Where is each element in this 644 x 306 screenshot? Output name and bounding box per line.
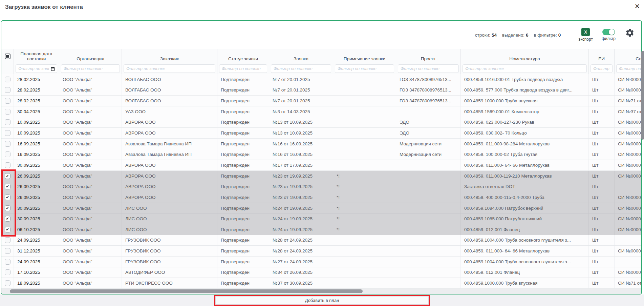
select-all-checkbox[interactable] [5, 54, 10, 59]
cell-composition: СИ №0000 [615, 139, 642, 149]
close-icon[interactable]: ✕ [635, 2, 640, 11]
column-header-status[interactable]: Статус заявки [217, 49, 269, 63]
table-row[interactable]: 16.09.2025ООО "Альфа"Авзалова Тамара Гив… [1, 139, 642, 149]
filter-input-status[interactable] [219, 64, 267, 73]
table-row[interactable]: 30.04.2025ООО "Альфа"УАЗ ОООПодтвержден№… [1, 106, 642, 117]
column-header-label: Организация [77, 56, 104, 62]
filter-toggle[interactable] [602, 29, 615, 35]
row-checkbox[interactable]: ✔ [5, 173, 10, 179]
row-checkbox[interactable] [5, 119, 10, 125]
cell-org: ООО "Альфа" [59, 117, 122, 128]
table-row[interactable]: ✔26.09.2025ООО "Альфа"АВРОРА ОООПодтверж… [1, 171, 642, 182]
row-checkbox[interactable]: ✔ [5, 227, 10, 232]
column-header-composition[interactable]: Состав [615, 49, 642, 63]
table-row[interactable]: 24.09.2025ООО "Альфа"ГРУЗОВИК ОООПодтвер… [1, 257, 642, 267]
filter-input-note[interactable] [335, 64, 394, 73]
table-row[interactable]: 28.02.2025ООО "Альфа"ВОЛГАБАС ОООПодтвер… [1, 96, 642, 106]
filter-input-customer[interactable] [124, 64, 215, 73]
table-header: Плановая дата поставкиОрганизацияЗаказчи… [1, 49, 641, 74]
filter-input-request[interactable] [271, 64, 331, 73]
cell-customer: ВОЛГАБАС ООО [122, 96, 217, 106]
table-row[interactable]: 30.09.2025ООО "Альфа"АВРОРА ОООПодтвержд… [1, 160, 642, 171]
column-header-request[interactable]: Заявка [269, 49, 333, 63]
table-row[interactable]: 28.02.2025ООО "Альфа"ВОЛГАБАС ОООПодтвер… [1, 85, 642, 96]
row-checkbox[interactable] [5, 162, 10, 168]
row-checkbox[interactable] [5, 280, 10, 286]
column-header-label: Примечание заявки [344, 56, 386, 62]
cell-org: ООО "Альфа" [59, 213, 122, 224]
filter-input-org[interactable] [61, 64, 120, 73]
table-row[interactable]: 18.09.2025ООО "Альфа"РТИ ЭКСПРЕСС ОООПод… [1, 278, 642, 289]
cell-note: *! [333, 171, 396, 181]
table-row[interactable]: ✔30.09.2025ООО "Альфа"ЛИС ОООПодтвержден… [1, 203, 642, 214]
cell-project [396, 171, 461, 181]
row-checkbox[interactable]: ✔ [5, 184, 10, 189]
cell-customer: Авзалова Тамара Гивиевна ИП [122, 139, 217, 149]
row-checkbox[interactable] [5, 87, 10, 93]
row-checkbox[interactable] [5, 151, 10, 157]
table-row[interactable]: ✔30.09.2025ООО "Альфа"ЛИС ОООПодтвержден… [1, 213, 642, 224]
column-header-note[interactable]: Примечание заявки [333, 49, 396, 63]
table-row[interactable]: 24.09.2025ООО "Альфа"ГРУЗОВИК ОООПодтвер… [1, 235, 642, 246]
filter-input-nomenclature[interactable] [463, 64, 587, 73]
column-header-date[interactable]: Плановая дата поставки [14, 49, 59, 63]
table-row[interactable]: ✔26.09.2025ООО "Альфа"АВРОРА ОООПодтверж… [1, 192, 642, 203]
filter-input-date[interactable] [16, 64, 57, 73]
row-checkbox[interactable] [5, 248, 10, 254]
row-checkbox[interactable] [5, 259, 10, 265]
row-checkbox[interactable]: ✔ [5, 195, 10, 200]
table-row[interactable]: 31.12.2025ООО "Альфа"ГРУЗОВИК ОООПодтвер… [1, 246, 642, 257]
cell-nomenclature: 000.4859. 030.002- 70 Кольцо [461, 128, 589, 138]
cell-project [396, 235, 461, 246]
cell-project: ГОЗ 347878008976513... [396, 85, 461, 96]
horizontal-scrollbar-thumb[interactable] [10, 289, 363, 293]
cell-project [396, 213, 461, 224]
row-checkbox[interactable] [5, 130, 10, 136]
column-header-project[interactable]: Проект [396, 49, 461, 63]
cell-status: Подтвержден [217, 181, 269, 192]
column-header-customer[interactable]: Заказчик [122, 49, 217, 63]
cell-composition [615, 257, 642, 267]
row-checkbox[interactable]: ✔ [5, 216, 10, 222]
row-checkbox[interactable] [5, 269, 10, 275]
column-header-unit[interactable]: ЕИ [589, 49, 615, 63]
table-row[interactable]: 16.09.2025ООО "Альфа"Авзалова Тамара Гив… [1, 149, 642, 160]
cell-note [333, 246, 396, 256]
table-row[interactable]: ✔26.09.2025ООО "Альфа"АВРОРА ОООПодтверж… [1, 181, 642, 192]
add-to-plan-button[interactable]: Добавить в план [215, 296, 429, 305]
cell-project [396, 267, 461, 278]
cell-project [396, 257, 461, 267]
row-checkbox[interactable]: ✔ [5, 205, 10, 211]
cell-request: №23 от 19.09.2025 [269, 181, 333, 192]
column-header-label: Плановая дата поставки [15, 51, 58, 62]
cell-customer: ГРУЗОВИК ООО [122, 257, 217, 267]
column-header-nomenclature[interactable]: Номенклатура [461, 49, 589, 63]
filter-input-project[interactable] [398, 64, 459, 73]
column-header-org[interactable]: Организация [59, 49, 122, 63]
cell-request: №3 от 14.03.2025 [269, 106, 333, 117]
table-row[interactable]: 10.09.2025ООО "Альфа"АВРОРА ОООПодтвержд… [1, 128, 642, 139]
row-checkbox[interactable] [5, 237, 10, 243]
settings-gear-icon[interactable] [625, 28, 635, 38]
table-row[interactable]: ✔06.10.2025ООО "Альфа"ЛИС ОООПодтвержден… [1, 224, 642, 235]
filter-cell-nomenclature [461, 63, 589, 74]
filter-input-unit[interactable] [591, 64, 613, 73]
table-row[interactable]: 28.02.2025ООО "Альфа"ВОЛГАБАС ОООПодтвер… [1, 74, 642, 85]
row-checkbox[interactable] [5, 98, 10, 104]
cell-date: 24.09.2025 [14, 257, 59, 267]
column-header-label: ЕИ [598, 56, 605, 62]
filter-input-composition[interactable] [616, 64, 642, 73]
vertical-scrollbar-thumb[interactable] [641, 51, 644, 140]
table-row[interactable]: 17.10.2025ООО "Альфа"АВТОДИФЕР ОООПодтве… [1, 267, 642, 278]
row-checkbox[interactable] [5, 141, 10, 147]
modal-footer: Добавить в план [0, 294, 644, 306]
excel-export-icon[interactable]: X [581, 28, 590, 36]
cell-date: 30.04.2025 [14, 106, 59, 117]
row-checkbox[interactable] [5, 77, 10, 82]
in-filter-counter: в фильтре:0 [534, 33, 561, 38]
cell-composition [615, 181, 642, 192]
table-row[interactable]: 10.09.2025ООО "Альфа"АВРОРА ОООПодтвержд… [1, 117, 642, 128]
row-select-cell: ✔ [1, 213, 14, 224]
row-checkbox[interactable] [5, 109, 10, 115]
filter-cell-status [217, 63, 269, 74]
